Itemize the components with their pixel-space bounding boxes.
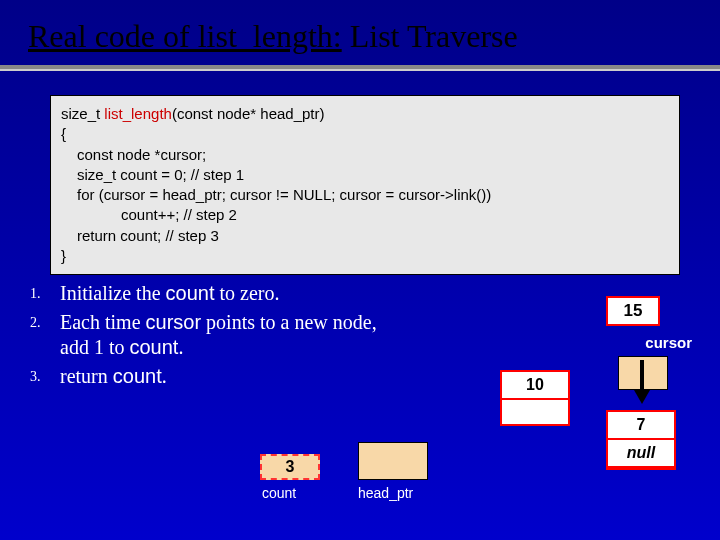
node-last: 7 null bbox=[606, 410, 676, 470]
code-line: { bbox=[61, 124, 669, 144]
code-text: size_t bbox=[61, 105, 104, 122]
slide-title: Real code of list_length: List Traverse bbox=[0, 0, 720, 65]
code-line: const node *cursor; bbox=[61, 145, 669, 165]
code-inline: count bbox=[166, 282, 215, 304]
step-text: Initialize the count to zero. bbox=[60, 281, 390, 306]
step-text: Each time cursor points to a new node, a… bbox=[60, 310, 390, 360]
code-inline: cursor bbox=[146, 311, 202, 333]
code-line: size_t list_length(const node* head_ptr) bbox=[61, 104, 669, 124]
list-item: 2. Each time cursor points to a new node… bbox=[30, 310, 390, 360]
node-null: null bbox=[608, 440, 674, 468]
arrow-line bbox=[640, 360, 644, 394]
text: return bbox=[60, 365, 113, 387]
count-value-box: 3 bbox=[260, 454, 320, 480]
node-10: 10 bbox=[500, 370, 570, 426]
node-value: 7 bbox=[608, 412, 674, 440]
text: Each time bbox=[60, 311, 146, 333]
code-text: (const node* head_ptr) bbox=[172, 105, 325, 122]
step-number: 3. bbox=[30, 364, 60, 389]
text: . bbox=[162, 365, 167, 387]
head-ptr-label: head_ptr bbox=[358, 485, 413, 501]
code-line: count++; // step 2 bbox=[61, 205, 669, 225]
title-underlined: Real code of list_length: bbox=[28, 18, 342, 54]
step-number: 2. bbox=[30, 310, 60, 360]
text: to zero. bbox=[214, 282, 279, 304]
cursor-label: cursor bbox=[645, 334, 692, 351]
code-inline: count bbox=[129, 336, 178, 358]
step-list: 1. Initialize the count to zero. 2. Each… bbox=[30, 281, 390, 389]
title-rest: List Traverse bbox=[342, 18, 518, 54]
code-line: } bbox=[61, 246, 669, 266]
list-item: 1. Initialize the count to zero. bbox=[30, 281, 390, 306]
text: . bbox=[178, 336, 183, 358]
code-block: size_t list_length(const node* head_ptr)… bbox=[50, 95, 680, 275]
head-ptr-box bbox=[358, 442, 428, 480]
step-number: 1. bbox=[30, 281, 60, 306]
text: Initialize the bbox=[60, 282, 166, 304]
node-value: 10 bbox=[502, 372, 568, 400]
list-item: 3. return count. bbox=[30, 364, 390, 389]
divider-bar-light bbox=[0, 69, 720, 71]
node-link-field bbox=[502, 400, 568, 424]
step-text: return count. bbox=[60, 364, 390, 389]
code-line: for (cursor = head_ptr; cursor != NULL; … bbox=[61, 185, 669, 205]
code-inline: count bbox=[113, 365, 162, 387]
count-label: count bbox=[262, 485, 296, 501]
node-value-15: 15 bbox=[606, 296, 660, 326]
code-fn-name: list_length bbox=[104, 105, 172, 122]
arrow-down-icon bbox=[634, 390, 650, 404]
code-line: return count; // step 3 bbox=[61, 226, 669, 246]
code-line: size_t count = 0; // step 1 bbox=[61, 165, 669, 185]
